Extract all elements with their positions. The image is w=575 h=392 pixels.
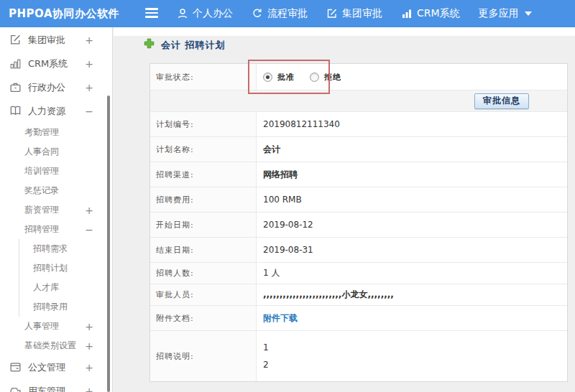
field-row-description: 招聘说明: 1 2: [150, 331, 567, 381]
field-row-plan-number: 计划编号: 20190812111340: [150, 112, 567, 137]
nav-personal-office[interactable]: 个人办公: [177, 7, 233, 20]
field-row-cost: 招聘费用: 100 RMB: [150, 187, 567, 213]
main-content: 会计 招聘计划 审批状态: 批准 拒绝 审批信息 计划编号: 201908121…: [114, 27, 575, 392]
sidebar-item-crm[interactable]: CRM系统 +: [0, 52, 112, 75]
field-label: 计划编号:: [150, 112, 257, 136]
field-row-attachment: 附件文档: 附件下载: [150, 306, 567, 331]
app-logo: PHPOA协同办公软件: [9, 0, 119, 27]
sidebar-item-group-approval[interactable]: 集团审批 +: [0, 28, 112, 52]
expand-plus-icon[interactable]: +: [85, 82, 93, 93]
field-value: 1 人: [257, 263, 567, 284]
top-navigation: 个人办公 流程审批 集团审批 CRM系统 更多应用: [177, 0, 532, 27]
sidebar-item-document-mgmt[interactable]: 公文管理 +: [0, 355, 112, 379]
expand-plus-icon[interactable]: +: [85, 205, 93, 216]
sidebar-item-training[interactable]: 培训管理: [0, 162, 112, 181]
sidebar-item-label: 基础类别设置: [24, 340, 76, 352]
edit-icon: [9, 34, 22, 46]
bar-chart-icon: [9, 57, 22, 70]
radio-reject-label[interactable]: 拒绝: [324, 72, 341, 83]
sidebar-item-rewards[interactable]: 奖惩记录: [0, 181, 112, 200]
nav-label: 个人办公: [193, 7, 233, 20]
approval-status-row: 审批状态: 批准 拒绝: [150, 64, 567, 90]
attachment-download-link[interactable]: 附件下载: [263, 312, 298, 325]
field-label: 结束日期:: [150, 238, 257, 262]
topbar: PHPOA协同办公软件 个人办公 流程审批 集团审批: [0, 0, 575, 27]
field-label: 招聘说明:: [150, 331, 257, 381]
page-title: 会计 招聘计划: [161, 39, 226, 52]
field-value: 1 2: [257, 331, 567, 381]
sidebar-item-hr-contract[interactable]: 人事合同: [0, 142, 112, 162]
document-icon: [9, 361, 22, 373]
sidebar-item-label: 人事管理: [24, 320, 59, 332]
sidebar-item-label: 集团审批: [28, 34, 65, 47]
expand-plus-icon[interactable]: +: [85, 386, 93, 392]
sidebar-item-recruit-mgmt[interactable]: 招聘管理 −: [0, 220, 112, 239]
field-value: 网络招聘: [257, 162, 567, 187]
sidebar-item-recruit-hire[interactable]: 招聘录用: [19, 297, 112, 317]
field-label: 招聘渠道:: [150, 162, 257, 187]
recruit-submenu: 招聘需求 招聘计划 人才库 招聘录用: [19, 239, 112, 317]
description-line: 2: [263, 360, 269, 370]
approval-info-button[interactable]: 审批信息: [474, 93, 529, 109]
nav-process-approval[interactable]: 流程审批: [252, 7, 308, 20]
field-value: ,,,,,,,,,,,,,,,,,,,,,,,,小龙女,,,,,,,,: [257, 284, 567, 305]
sidebar-item-recruit-demand[interactable]: 招聘需求: [19, 239, 112, 258]
radio-reject[interactable]: [310, 73, 319, 82]
sidebar-item-hr[interactable]: 人力资源 −: [0, 99, 112, 123]
sidebar-item-label: 招聘录用: [33, 301, 68, 313]
sidebar-item-vehicle-mgmt[interactable]: 用车管理 +: [0, 379, 112, 392]
process-icon: [252, 8, 263, 19]
field-value: 20190812111340: [257, 112, 567, 136]
detail-form: 审批状态: 批准 拒绝 审批信息 计划编号: 20190812111340 计划…: [150, 63, 568, 382]
field-label: 计划名称:: [150, 137, 257, 162]
field-value: 附件下载: [257, 306, 567, 330]
field-row-headcount: 招聘人数: 1 人: [150, 263, 567, 284]
sidebar: 集团审批 + CRM系统 + 行政办公 + 人力资源 − 考勤管理 人事合同 培…: [0, 27, 113, 392]
field-value: 100 RMB: [257, 187, 567, 212]
person-icon: [177, 8, 188, 19]
car-icon: [9, 385, 22, 392]
expand-plus-icon[interactable]: +: [85, 362, 93, 373]
field-row-end-date: 结束日期: 2019-08-31: [150, 238, 567, 263]
collapse-minus-icon[interactable]: −: [85, 106, 93, 117]
sidebar-item-label: 公文管理: [28, 361, 65, 374]
approval-options: 批准 拒绝: [257, 64, 567, 90]
sidebar-item-label: 人才库: [33, 281, 59, 294]
sidebar-item-personnel[interactable]: 人事管理 +: [0, 317, 112, 336]
radio-approve-label[interactable]: 批准: [277, 72, 295, 83]
field-value: 会计: [257, 137, 567, 162]
expand-plus-icon[interactable]: +: [85, 340, 93, 352]
briefcase-icon: [9, 81, 22, 93]
sidebar-item-talent-pool[interactable]: 人才库: [19, 278, 112, 297]
field-value: 2019-08-12: [257, 213, 567, 237]
page-header: 会计 招聘计划: [144, 38, 226, 52]
sidebar-scrollbar-thumb[interactable]: [107, 95, 110, 392]
sidebar-item-label: 人力资源: [28, 105, 65, 118]
nav-label: 更多应用: [479, 7, 519, 20]
sidebar-item-label: 人事合同: [24, 146, 59, 158]
add-plus-icon[interactable]: [144, 38, 155, 52]
sidebar-item-label: CRM系统: [28, 57, 68, 70]
field-row-start-date: 开始日期: 2019-08-12: [150, 213, 567, 238]
sidebar-item-label: 招聘管理: [24, 223, 59, 235]
radio-approve[interactable]: [263, 73, 272, 82]
sidebar-item-admin-office[interactable]: 行政办公 +: [0, 75, 112, 99]
field-row-plan-name: 计划名称: 会计: [150, 137, 567, 162]
description-line: 1: [263, 342, 269, 353]
nav-crm-system[interactable]: CRM系统: [401, 7, 460, 20]
nav-group-approval[interactable]: 集团审批: [326, 7, 382, 20]
field-label: 审批状态:: [150, 64, 257, 90]
hamburger-menu-icon[interactable]: [145, 8, 158, 19]
sidebar-item-base-category[interactable]: 基础类别设置 +: [0, 336, 112, 355]
sidebar-item-recruit-plan[interactable]: 招聘计划: [19, 258, 112, 278]
collapse-minus-icon[interactable]: −: [85, 224, 93, 235]
nav-more-apps[interactable]: 更多应用: [479, 7, 532, 20]
bar-chart-icon: [401, 8, 413, 19]
nav-label: 流程审批: [267, 7, 308, 20]
nav-label: 集团审批: [342, 7, 382, 20]
sidebar-item-salary[interactable]: 薪资管理 +: [0, 200, 112, 220]
expand-plus-icon[interactable]: +: [85, 58, 93, 70]
expand-plus-icon[interactable]: +: [85, 34, 93, 46]
sidebar-item-attendance[interactable]: 考勤管理: [0, 123, 112, 142]
expand-plus-icon[interactable]: +: [85, 321, 93, 332]
